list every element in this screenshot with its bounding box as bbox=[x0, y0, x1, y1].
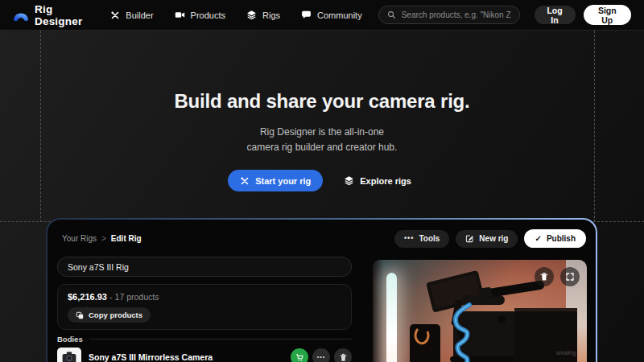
nav-menu: Builder Products Rigs bbox=[110, 10, 361, 20]
start-your-rig-label: Start your rig bbox=[255, 176, 311, 186]
new-rig-button-label: New rig bbox=[479, 234, 508, 243]
product-title: Sony a7S III Mirrorless Camera bbox=[89, 352, 283, 362]
rig-summary-card: $6,216.93 - 17 products Copy products bbox=[57, 284, 352, 330]
chat-icon bbox=[301, 10, 312, 20]
nav-item-label: Products bbox=[191, 10, 225, 20]
brand-logo-icon bbox=[13, 7, 29, 23]
video-camera-icon bbox=[175, 10, 185, 20]
nav-item-builder[interactable]: Builder bbox=[110, 10, 153, 20]
signup-button[interactable]: Sign Up bbox=[584, 5, 631, 25]
nav-item-rigs[interactable]: Rigs bbox=[246, 10, 280, 20]
brand-name: Rig Designer bbox=[35, 3, 85, 27]
section-divider bbox=[89, 339, 352, 339]
photo-fullscreen-button[interactable] bbox=[560, 267, 580, 286]
breadcrumb-separator: > bbox=[101, 234, 106, 243]
check-icon: ✓ bbox=[535, 234, 541, 243]
rig-name-input[interactable] bbox=[57, 257, 352, 277]
bodies-section-header: Bodies bbox=[57, 335, 352, 343]
rig-editor-panel: Your Rigs > Edit Rig ••• Tools New bbox=[46, 218, 597, 362]
copy-icon bbox=[76, 311, 84, 319]
hero-subtitle-line2: camera rig builder and creator hub. bbox=[0, 140, 644, 155]
editor-toolbar: ••• Tools New rig ✓ Publish bbox=[394, 229, 586, 248]
photo-delete-button[interactable] bbox=[535, 267, 554, 286]
ellipsis-icon: ••• bbox=[317, 354, 325, 360]
copy-products-button[interactable]: Copy products bbox=[68, 307, 151, 323]
bodies-section-label: Bodies bbox=[57, 335, 83, 343]
publish-button-label: Publish bbox=[547, 234, 576, 243]
breadcrumb: Your Rigs > Edit Rig bbox=[62, 234, 142, 243]
rig-preview-image: smallrig bbox=[373, 260, 587, 362]
product-list-item[interactable]: Sony a7S III Mirrorless Camera ••• bbox=[57, 344, 352, 362]
nav-item-label: Community bbox=[317, 10, 362, 20]
hero-subtitle: Rig Designer is the all-in-one camera ri… bbox=[0, 125, 644, 155]
search-bar[interactable] bbox=[378, 6, 520, 24]
login-button[interactable]: Log In bbox=[535, 6, 576, 24]
layers-icon bbox=[344, 175, 354, 186]
new-rig-button[interactable]: New rig bbox=[456, 230, 518, 248]
price-separator: - bbox=[109, 292, 113, 302]
nav-item-label: Rigs bbox=[262, 10, 280, 20]
explore-rigs-button[interactable]: Explore rigs bbox=[339, 170, 416, 191]
product-thumbnail bbox=[57, 348, 81, 362]
hero-title: Build and share your camera rig. bbox=[0, 90, 644, 113]
breadcrumb-your-rigs[interactable]: Your Rigs bbox=[62, 234, 97, 243]
ellipsis-icon: ••• bbox=[404, 234, 414, 242]
breadcrumb-edit-rig: Edit Rig bbox=[111, 234, 142, 243]
tools-button-label: Tools bbox=[419, 234, 440, 243]
editor-header: Your Rigs > Edit Rig ••• Tools New bbox=[62, 229, 586, 248]
tools-button[interactable]: ••• Tools bbox=[394, 230, 449, 248]
nav-item-community[interactable]: Community bbox=[301, 10, 362, 20]
edit-pencil-icon bbox=[465, 234, 474, 243]
publish-button[interactable]: ✓ Publish bbox=[524, 229, 586, 248]
layers-icon bbox=[246, 10, 257, 20]
svg-text:smallrig: smallrig bbox=[556, 350, 576, 356]
add-to-cart-button[interactable] bbox=[291, 348, 308, 362]
rig-total-price: $6,216.93 bbox=[68, 292, 107, 302]
price-line: $6,216.93 - 17 products bbox=[68, 292, 341, 302]
explore-rigs-label: Explore rigs bbox=[360, 176, 411, 186]
nav-item-label: Builder bbox=[126, 10, 153, 20]
top-nav: Rig Designer Builder Products bbox=[0, 0, 644, 31]
hero-cta-row: Start your rig Explore rigs bbox=[0, 170, 644, 191]
start-your-rig-button[interactable]: Start your rig bbox=[228, 170, 323, 191]
hero-section: Build and share your camera rig. Rig Des… bbox=[0, 90, 644, 191]
row-delete-button[interactable] bbox=[334, 348, 352, 362]
row-actions: ••• bbox=[291, 348, 352, 362]
copy-products-label: Copy products bbox=[89, 311, 142, 319]
search-icon bbox=[387, 10, 396, 19]
tools-icon bbox=[110, 10, 120, 20]
photo-actions bbox=[535, 267, 580, 286]
tools-icon bbox=[240, 176, 250, 186]
product-count: 17 products bbox=[115, 292, 159, 302]
brand[interactable]: Rig Designer bbox=[13, 3, 85, 27]
row-more-button[interactable]: ••• bbox=[312, 348, 330, 362]
nav-item-products[interactable]: Products bbox=[175, 10, 225, 20]
search-input[interactable] bbox=[402, 10, 511, 19]
hero-subtitle-line1: Rig Designer is the all-in-one bbox=[0, 125, 644, 140]
